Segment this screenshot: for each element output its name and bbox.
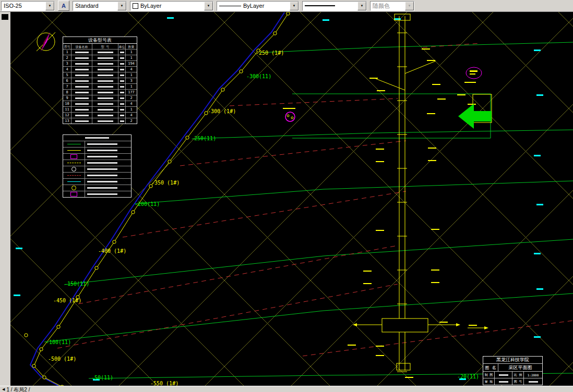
annotation-bar: [437, 99, 446, 100]
legend-item: [63, 179, 131, 185]
title-block-school: 黑龙江科技学院: [483, 357, 542, 364]
elevation-label: -300(11): [246, 74, 271, 79]
table-row: 44: [63, 67, 137, 72]
legend-item: [63, 173, 131, 179]
legend-item: [63, 185, 131, 191]
legend-table: [63, 134, 132, 198]
color-control-combo[interactable]: ByLayer ▼: [130, 1, 213, 11]
table-row: 8177: [63, 90, 137, 95]
text-style-combo[interactable]: Standard ▼: [73, 1, 127, 11]
annotation-bar: [363, 283, 372, 284]
shaft-circle-symbol: [71, 186, 76, 190]
hoist-symbol: [464, 67, 482, 83]
drawing-canvas[interactable]: -250 (1#)-300(11)-300 (1#)-250(11)-350 (…: [10, 12, 573, 386]
elevation-label: -250 (1#): [256, 50, 284, 56]
tab-scroll-icon[interactable]: ◀: [2, 387, 5, 392]
annotation-bar: [431, 270, 439, 271]
dock-grip-icon: [2, 14, 8, 20]
legend-item: [63, 148, 131, 154]
annotation-bar: [427, 60, 435, 61]
annotation-bar: [457, 94, 465, 95]
survey-mark-symbol: [67, 181, 81, 182]
table-row: 3194: [63, 61, 137, 67]
title-block: 黑龙江科技学院 图 名 采区平面图 制 图比 例1:2000审 核图 号: [483, 356, 543, 385]
table-row: 71: [63, 84, 137, 90]
linetype-value: ByLayer: [243, 3, 288, 9]
chevron-down-icon[interactable]: ▼: [204, 2, 213, 10]
title-block-cell-label: 制 图: [483, 372, 495, 378]
annotation-bar: [439, 322, 448, 323]
equipment-table-body: 序号设备名称型 号单位数量112131944451637181779210411…: [63, 44, 137, 124]
annotation-bar: [377, 90, 385, 91]
legend-item: [63, 154, 131, 160]
elevation-label: -200(11): [135, 201, 160, 207]
table-row: 序号设备名称型 号单位数量: [63, 44, 137, 50]
color-swatch-icon: [133, 3, 138, 9]
shaft-structure: [348, 14, 492, 378]
linetype-sample-icon: [219, 6, 241, 6]
linetype-control-combo[interactable]: ByLayer ▼: [217, 1, 299, 11]
compass-north-arrow: [37, 32, 55, 52]
chevron-down-icon[interactable]: ▼: [117, 2, 126, 10]
legend-item: [63, 191, 131, 197]
lineweight-control-combo[interactable]: ▼: [302, 1, 367, 11]
title-block-name-label: 图 名: [483, 364, 498, 371]
autocad-window: ISO-25 ▼ A Standard ▼ ByLayer ▼ ByLayer …: [0, 0, 573, 392]
hoist-room-symbol: [70, 192, 77, 197]
annotation-bar: [468, 104, 476, 105]
title-block-cell-value: [495, 372, 512, 378]
left-dock-strip: [0, 12, 11, 386]
table-row: 132: [63, 118, 137, 124]
table-row: 111: [63, 107, 137, 113]
color-value: ByLayer: [140, 3, 202, 9]
table-row: 63: [63, 78, 137, 84]
table-row: 21: [63, 55, 137, 61]
elevation-label: -550 (1#): [150, 381, 178, 386]
table-row: 92: [63, 95, 137, 101]
annotation-bar: [431, 229, 439, 230]
annotation-bar: [428, 148, 436, 149]
annotation-bar: [348, 345, 356, 346]
elevation-label: -250(11): [191, 136, 216, 141]
annotation-bar: [422, 48, 430, 50]
chevron-down-icon[interactable]: ▼: [357, 2, 366, 10]
title-block-cell-label: 图 号: [512, 378, 524, 385]
elevation-label: -450 (1#): [53, 298, 81, 303]
elevation-label: -100(11): [46, 339, 71, 345]
legend-item: [63, 141, 131, 148]
chevron-down-icon[interactable]: ▼: [290, 2, 299, 10]
elevation-label: -50(11): [91, 375, 113, 381]
equipment-table: 设备型号表 序号设备名称型 号单位数量112131944451637181779…: [63, 36, 137, 124]
layout-tabs[interactable]: 1 / 布局2 /: [6, 387, 30, 392]
annotation-bar: [376, 149, 384, 150]
legend-item: [63, 160, 131, 166]
annotation-bar: [469, 325, 477, 326]
title-block-cell-value: [495, 378, 512, 385]
annotation-bar: [431, 282, 439, 283]
elevation-label: -400 (1#): [98, 248, 126, 254]
dim-style-combo[interactable]: ISO-25 ▼: [1, 1, 55, 11]
annotation-bar: [363, 271, 372, 272]
chevron-down-icon[interactable]: ▼: [45, 2, 54, 10]
seam-floor-dash-symbol: [67, 175, 81, 176]
layout-tab-bar: ◀ 1 / 布局2 /: [0, 386, 573, 392]
title-block-drawing-name: 采区平面图: [498, 364, 542, 371]
annotation-bar: [427, 113, 435, 114]
legend-item: [63, 166, 131, 173]
workspace: -250 (1#)-300(11)-300 (1#)-250(11)-350 (…: [0, 12, 573, 386]
chevron-down-icon: ▼: [405, 2, 414, 10]
elevation-label: -20(11): [457, 374, 479, 379]
fault-line-symbol: [67, 150, 81, 151]
title-block-cells: 制 图比 例1:2000审 核图 号: [483, 372, 542, 385]
elevation-label: -350 (1#): [151, 180, 180, 186]
legend-title-row: [63, 135, 131, 141]
elevation-label: -150(11): [64, 281, 89, 287]
equipment-table-title: 设备型号表: [63, 37, 137, 44]
text-style-icon[interactable]: A: [58, 1, 69, 11]
annotation-bar: [376, 346, 384, 347]
styles-toolbar: ISO-25 ▼ A Standard ▼ ByLayer ▼ ByLayer …: [0, 0, 573, 12]
title-block-cell-label: 审 核: [483, 378, 495, 385]
plot-style-value: 随颜色: [373, 2, 403, 10]
title-block-cell-label: 比 例: [512, 372, 524, 378]
substation-symbol: [283, 108, 295, 121]
